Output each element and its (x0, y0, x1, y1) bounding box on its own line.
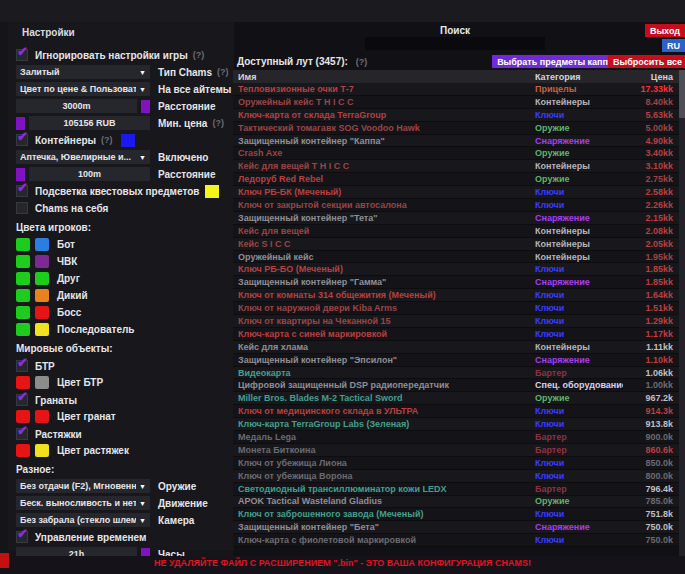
help-hint[interactable]: (?) (356, 57, 368, 67)
loot-table-row[interactable]: Ключ от закрытой секции автосалонаКлючи2… (233, 199, 679, 212)
world-object-color-primary-color-swatch[interactable] (16, 444, 30, 457)
container-distance-input[interactable]: 100m (29, 167, 150, 181)
loot-table-row[interactable]: Ключ от наружной двери Kiba ArmsКлючи1.5… (233, 302, 679, 315)
loot-table-row[interactable]: Кейс для вещей T H I C CКонтейнеры3.10kk (233, 160, 679, 173)
loot-table-row[interactable]: Кейс S I C CКонтейнеры2.05kk (233, 238, 679, 251)
container-filter-dropdown[interactable]: Аптечка, Ювелирные и... ▼ (16, 150, 150, 164)
self-chams-checkbox[interactable]: ✔ (16, 202, 28, 214)
loot-table-row[interactable]: Ключ РБ-БК (Меченый)Ключи2.58kk (233, 186, 679, 199)
containers-checkbox[interactable]: ✔ (16, 134, 28, 146)
world-object-label: Гранаты (35, 395, 77, 406)
loot-table-row[interactable]: Монета БиткоинаБартер860.6k (233, 444, 679, 457)
loot-table-row[interactable]: Ключ от убежища ЛионаКлючи850.0k (233, 457, 679, 470)
player-color-primary-color-swatch[interactable] (16, 238, 30, 251)
misc-dropdown[interactable]: Без отдачи (F2), Мгновенное п▼ (16, 479, 150, 493)
loot-item-price: 913.8k (623, 419, 679, 429)
loot-item-category: Оружие (535, 148, 623, 158)
search-input[interactable] (365, 37, 545, 50)
containers-color-swatch[interactable] (121, 134, 135, 147)
player-color-secondary-color-swatch[interactable] (35, 289, 49, 302)
loot-table-row[interactable]: Защищенный контейнер "Эпсилон"Снаряжение… (233, 354, 679, 367)
ignore-game-settings-checkbox[interactable]: ✔ (16, 49, 28, 61)
loot-table-row[interactable]: Кейс для вещейКонтейнеры2.08kk (233, 225, 679, 238)
loot-table-row[interactable]: Ключ от комнаты 314 общежития (Меченый)К… (233, 289, 679, 302)
player-color-secondary-color-swatch[interactable] (35, 272, 49, 285)
loot-table-row[interactable]: Ключ-карта от склада TerraGroupКлючи5.63… (233, 109, 679, 122)
world-object-color-label: Цвет гранат (57, 411, 116, 422)
color-mode-dropdown[interactable]: Цвет по цене & Пользователь ▼ (16, 82, 150, 96)
loot-table-row[interactable]: Защищенный контейнер "Тета"Снаряжение2.1… (233, 212, 679, 225)
player-color-primary-color-swatch[interactable] (16, 289, 30, 302)
loot-table-row[interactable]: Ключ-карта TerraGroup Labs (Зеленая)Ключ… (233, 418, 679, 431)
help-hint[interactable]: (?) (212, 118, 224, 128)
min-price-color-swatch[interactable] (16, 117, 25, 130)
world-object-color-secondary-color-swatch[interactable] (35, 444, 49, 457)
column-header-name[interactable]: Имя (233, 72, 535, 82)
player-color-primary-color-swatch[interactable] (16, 306, 30, 319)
loot-table-row[interactable]: Ключ от медицинского склада в УЛЬТРАКлюч… (233, 405, 679, 418)
world-object-checkbox[interactable]: ✔ (16, 394, 28, 406)
container-distance-color-swatch[interactable] (16, 168, 25, 181)
player-color-primary-color-swatch[interactable] (16, 272, 30, 285)
exit-button[interactable]: Выход (645, 24, 685, 37)
loot-table-row[interactable]: Защищенный контейнер "Каппа"Снаряжение4.… (233, 135, 679, 148)
scrollbar-thumb[interactable] (679, 70, 685, 118)
loot-item-category: Ключи (535, 535, 623, 545)
loot-table-row[interactable]: Ключ от убежища ВоронаКлючи800.0k (233, 470, 679, 483)
loot-table-row[interactable]: ВидеокартаБартер1.06kk (233, 367, 679, 380)
loot-table-row[interactable]: Оружейный кейсКонтейнеры1.95kk (233, 251, 679, 264)
loot-table-row[interactable]: Оружейный кейс T H I C CКонтейнеры8.40kk (233, 96, 679, 109)
table-scrollbar[interactable] (679, 70, 685, 556)
loot-table-row[interactable]: Цифровой защищенный DSP радиопередатчикС… (233, 379, 679, 392)
loot-table-row[interactable]: Защищенный контейнер "Гамма"Снаряжение1.… (233, 276, 679, 289)
help-hint[interactable]: (?) (217, 67, 229, 77)
player-color-secondary-color-swatch[interactable] (35, 306, 49, 319)
world-object-color-secondary-color-swatch[interactable] (35, 376, 49, 389)
loot-table-row[interactable]: APOK Tactical Wasteland GladiusОружие785… (233, 496, 679, 509)
min-price-input[interactable]: 105156 RUB (29, 116, 150, 130)
player-color-secondary-color-swatch[interactable] (35, 238, 49, 251)
world-object-checkbox[interactable]: ✔ (16, 428, 28, 440)
loot-table-row[interactable]: Ключ от заброшенного завода (Меченый)Клю… (233, 508, 679, 521)
player-color-secondary-color-swatch[interactable] (35, 323, 49, 336)
loot-table-row[interactable]: Тепловизионные очки Т-7Прицелы17.33kk (233, 83, 679, 96)
help-hint[interactable]: (?) (101, 135, 113, 145)
quest-items-color-swatch[interactable] (205, 185, 219, 198)
column-header-category[interactable]: Категория (535, 72, 623, 82)
player-color-primary-color-swatch[interactable] (16, 323, 30, 336)
player-color-primary-color-swatch[interactable] (16, 255, 30, 268)
help-hint[interactable]: (?) (193, 50, 205, 60)
loot-table-row[interactable]: Защищенный контейнер "Бета"Снаряжение750… (233, 521, 679, 534)
loot-table-row[interactable]: Ключ от квартиры на Чеканной 15Ключи1.29… (233, 315, 679, 328)
world-object-color-secondary-color-swatch[interactable] (35, 410, 49, 423)
loot-table-row[interactable]: Ледоруб Red RebelОружие2.75kk (233, 173, 679, 186)
quest-items-row: ✔ Подсветка квестовых предметов (16, 184, 226, 198)
player-color-secondary-color-swatch[interactable] (35, 255, 49, 268)
distance-input[interactable]: 3000m (16, 99, 137, 113)
distance-color-swatch[interactable] (141, 100, 150, 113)
world-object-checkbox[interactable]: ✔ (16, 360, 28, 372)
quest-items-checkbox[interactable]: ✔ (16, 185, 28, 197)
misc-dropdown[interactable]: Без забрала (стекло шлема)▼ (16, 513, 150, 527)
select-kappa-items-button[interactable]: Выбрать предметы каппа (492, 55, 618, 68)
loot-table-row[interactable]: Ключ РБ-БО (Меченый)Ключи1.85kk (233, 263, 679, 276)
time-control-checkbox[interactable]: ✔ (16, 531, 28, 543)
loot-table-row[interactable]: Ключ-карта с фиолетовой маркировкойКлючи… (233, 534, 679, 547)
loot-table-row[interactable]: Miller Bros. Blades M-2 Tactical SwordОр… (233, 392, 679, 405)
cham-type-dropdown[interactable]: Залитый ▼ (16, 65, 150, 79)
misc-dropdown[interactable]: Беск. выносливость и нет уста▼ (16, 496, 150, 510)
world-object-color-primary-color-swatch[interactable] (16, 376, 30, 389)
loot-table-row[interactable]: Светодиодный трансиллюминатор кожи LEDXБ… (233, 483, 679, 496)
world-object-color-primary-color-swatch[interactable] (16, 410, 30, 423)
distance-label: Расстояние (158, 101, 216, 112)
loot-table-row[interactable]: Медаль LegaБартер900.0k (233, 431, 679, 444)
world-object-row: ✔Гранаты (16, 394, 226, 406)
loot-table-row[interactable]: Crash AxeОружие3.40kk (233, 147, 679, 160)
loot-item-category: Снаряжение (535, 355, 623, 365)
loot-table-row[interactable]: Кейс для хламаКонтейнеры1.11kk (233, 341, 679, 354)
language-button[interactable]: RU (662, 39, 685, 52)
column-header-price[interactable]: Цена (623, 72, 679, 82)
drop-all-button[interactable]: Выбросить все (608, 55, 685, 68)
loot-table-row[interactable]: Тактический томагавк SOG Voodoo HawkОруж… (233, 122, 679, 135)
loot-table-row[interactable]: Ключ-карта с синей маркировкойКлючи1.17k… (233, 328, 679, 341)
